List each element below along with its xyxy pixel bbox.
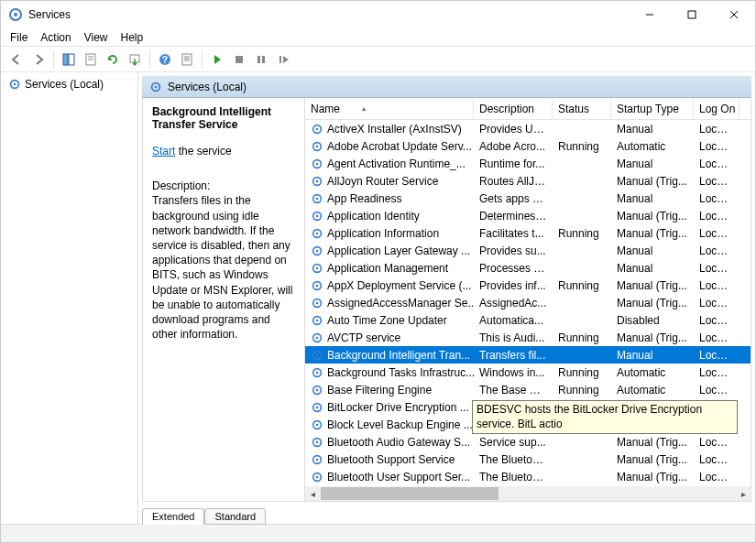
table-row[interactable]: AVCTP serviceThis is Audi...RunningManua… <box>305 329 751 346</box>
table-row[interactable]: Adobe Acrobat Update Serv...Adobe Acro..… <box>305 137 751 155</box>
cell-name: AssignedAccessManager Se... <box>305 295 474 311</box>
cell-name: AppX Deployment Service (... <box>305 277 474 294</box>
description-label: Description: <box>152 179 295 193</box>
table-row[interactable]: Application ManagementProcesses in...Man… <box>305 259 751 277</box>
cell-name: AllJoyn Router Service <box>305 173 474 190</box>
status-bar <box>1 524 755 543</box>
cell-desc: The Bluetoo... <box>474 469 553 485</box>
pause-service-button[interactable] <box>251 49 271 70</box>
table-row[interactable]: Auto Time Zone UpdaterAutomatica...Disab… <box>305 311 751 329</box>
svg-point-65 <box>316 458 319 461</box>
cell-status: Running <box>553 364 611 381</box>
cell-status <box>553 266 611 270</box>
gear-icon <box>8 78 21 91</box>
nav-services-local[interactable]: Services (Local) <box>5 76 134 92</box>
cell-startup: Manual (Trig... <box>611 434 694 451</box>
titlebar: Services <box>1 1 755 28</box>
services-app-icon <box>8 7 23 22</box>
svg-rect-20 <box>262 56 265 63</box>
show-hide-tree-button[interactable] <box>59 49 79 70</box>
svg-point-27 <box>316 127 319 130</box>
col-description[interactable]: Description <box>474 98 553 119</box>
table-row[interactable]: Application InformationFacilitates t...R… <box>305 224 751 242</box>
minimize-button[interactable] <box>629 1 671 28</box>
table-row[interactable]: App ReadinessGets apps re...ManualLocal … <box>305 190 751 207</box>
cell-desc: Transfers fil... <box>474 347 553 364</box>
svg-point-33 <box>316 179 319 182</box>
help-button[interactable]: ? <box>155 49 175 70</box>
cell-name: Application Information <box>305 225 474 242</box>
cell-startup: Manual <box>611 121 694 137</box>
cell-status <box>553 458 611 462</box>
table-row[interactable]: Background Intelligent Tran...Transfers … <box>305 346 751 364</box>
table-row[interactable]: AllJoyn Router ServiceRoutes AllJo...Man… <box>305 172 751 190</box>
cell-status <box>553 301 611 305</box>
stop-service-button[interactable] <box>229 49 249 70</box>
table-row[interactable]: AssignedAccessManager Se...AssignedAc...… <box>305 294 751 311</box>
menu-view[interactable]: View <box>84 31 108 44</box>
cell-status <box>553 475 611 479</box>
tab-standard[interactable]: Standard <box>204 508 266 525</box>
export-list-button[interactable] <box>81 49 101 70</box>
cell-status <box>553 179 611 183</box>
col-logon[interactable]: Log On <box>694 98 740 119</box>
table-row[interactable]: Bluetooth Audio Gateway S...Service sup.… <box>305 433 751 451</box>
cell-logon: Local Sy <box>694 190 740 207</box>
cell-status <box>553 214 611 218</box>
cell-startup: Manual <box>611 156 694 172</box>
restart-service-button[interactable] <box>273 49 293 70</box>
forward-button[interactable] <box>28 49 49 70</box>
table-row[interactable]: Bluetooth Support ServiceThe Bluetoo...M… <box>305 451 751 468</box>
table-row[interactable]: ActiveX Installer (AxInstSV)Provides Us.… <box>305 120 751 137</box>
start-service-button[interactable] <box>207 49 227 70</box>
table-row[interactable]: Background Tasks Infrastruc...Windows in… <box>305 364 751 381</box>
cell-startup: Manual <box>611 347 694 364</box>
cell-logon: Local Se <box>694 451 740 468</box>
menu-help[interactable]: Help <box>121 31 144 44</box>
cell-desc: Gets apps re... <box>474 190 553 207</box>
table-row[interactable]: Application Layer Gateway ...Provides su… <box>305 242 751 259</box>
col-name[interactable]: Name▴ <box>305 98 474 119</box>
maximize-button[interactable] <box>671 1 713 28</box>
svg-rect-7 <box>69 54 74 65</box>
cell-desc: Runtime for... <box>474 156 553 172</box>
table-row[interactable]: Application IdentityDetermines ...Manual… <box>305 207 751 224</box>
cell-status: Running <box>553 138 611 155</box>
cell-name: Auto Time Zone Updater <box>305 312 474 329</box>
tab-extended[interactable]: Extended <box>142 508 204 525</box>
scroll-left-icon[interactable]: ◂ <box>305 489 320 499</box>
back-button[interactable] <box>6 49 27 70</box>
close-button[interactable] <box>713 1 755 28</box>
cell-startup: Manual (Trig... <box>611 225 694 242</box>
horizontal-scrollbar[interactable]: ◂ ▸ <box>305 486 751 501</box>
start-line: Start the service <box>152 144 295 158</box>
start-link[interactable]: Start <box>152 145 175 157</box>
cell-startup: Manual <box>611 190 694 207</box>
scroll-thumb[interactable] <box>321 487 499 500</box>
table-row[interactable]: Agent Activation Runtime_...Runtime for.… <box>305 155 751 172</box>
table-row[interactable]: AppX Deployment Service (...Provides inf… <box>305 277 751 294</box>
svg-rect-19 <box>257 56 260 63</box>
cell-status: Running <box>553 225 611 242</box>
table-row[interactable]: Base Filtering EngineThe Base Fil...Runn… <box>305 381 751 398</box>
properties-button[interactable] <box>177 49 197 70</box>
menu-bar: File Action View Help <box>1 28 755 47</box>
detail-pane: Background Intelligent Transfer Service … <box>143 98 304 501</box>
tabs-area: Extended Standard <box>1 502 755 524</box>
menu-file[interactable]: File <box>10 31 27 44</box>
svg-point-49 <box>316 319 319 321</box>
col-status[interactable]: Status <box>553 98 611 119</box>
cell-status <box>553 127 611 131</box>
refresh-button[interactable] <box>103 49 123 70</box>
export-button[interactable] <box>125 49 145 70</box>
cell-desc: Windows in... <box>474 364 553 381</box>
col-startup[interactable]: Startup Type <box>611 98 694 119</box>
toolbar: ? <box>1 47 755 72</box>
svg-point-29 <box>316 145 319 147</box>
svg-point-61 <box>316 423 319 426</box>
menu-action[interactable]: Action <box>40 31 71 44</box>
table-row[interactable]: Bluetooth User Support Ser...The Bluetoo… <box>305 468 751 485</box>
navigation-tree: Services (Local) <box>1 72 138 502</box>
sort-icon: ▴ <box>362 104 366 113</box>
scroll-right-icon[interactable]: ▸ <box>736 489 751 499</box>
